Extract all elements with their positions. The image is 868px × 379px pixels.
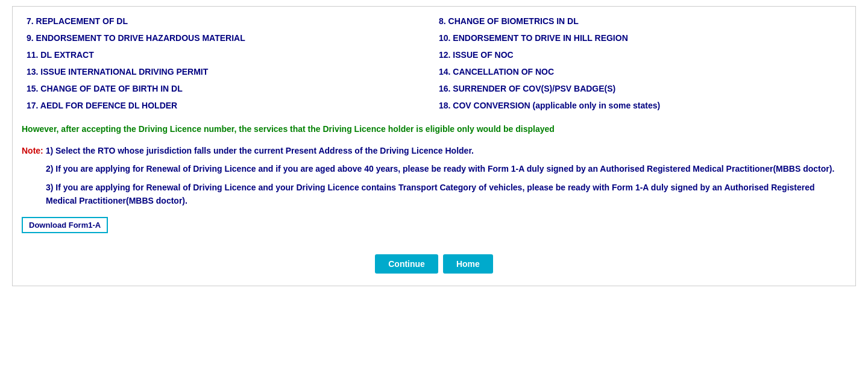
continue-button[interactable]: Continue [375, 254, 438, 274]
notes-section: Note: 1) Select the RTO whose jurisdicti… [22, 144, 846, 208]
note-1-text: 1) Select the RTO whose jurisdiction fal… [43, 146, 474, 155]
home-button[interactable]: Home [443, 254, 493, 274]
service-item-13: 13. ISSUE INTERNATIONAL DRIVING PERMIT [22, 63, 434, 80]
main-container: 7. REPLACEMENT OF DL8. CHANGE OF BIOMETR… [12, 6, 856, 286]
note-2: 2) If you are applying for Renewal of Dr… [22, 162, 846, 175]
service-item-16: 16. SURRENDER OF COV(S)/PSV BADGE(S) [434, 80, 846, 97]
service-item-11: 11. DL EXTRACT [22, 46, 434, 63]
action-buttons: Continue Home [22, 254, 846, 274]
note-label: Note: [22, 146, 43, 155]
service-item-8: 8. CHANGE OF BIOMETRICS IN DL [434, 13, 846, 30]
service-item-17: 17. AEDL FOR DEFENCE DL HOLDER [22, 97, 434, 114]
service-item-9: 9. ENDORSEMENT TO DRIVE HAZARDOUS MATERI… [22, 30, 434, 46]
services-grid: 7. REPLACEMENT OF DL8. CHANGE OF BIOMETR… [22, 13, 846, 114]
service-item-7: 7. REPLACEMENT OF DL [22, 13, 434, 30]
service-item-12: 12. ISSUE OF NOC [434, 46, 846, 63]
service-item-18: 18. COV CONVERSION (applicable only in s… [434, 97, 846, 114]
service-item-14: 14. CANCELLATION OF NOC [434, 63, 846, 80]
info-text: However, after accepting the Driving Lic… [22, 123, 846, 136]
note-1: Note: 1) Select the RTO whose jurisdicti… [22, 144, 846, 157]
service-item-10: 10. ENDORSEMENT TO DRIVE IN HILL REGION [434, 30, 846, 46]
download-form-button[interactable]: Download Form1-A [22, 217, 108, 233]
service-item-15: 15. CHANGE OF DATE OF BIRTH IN DL [22, 80, 434, 97]
note-3: 3) If you are applying for Renewal of Dr… [22, 181, 846, 208]
